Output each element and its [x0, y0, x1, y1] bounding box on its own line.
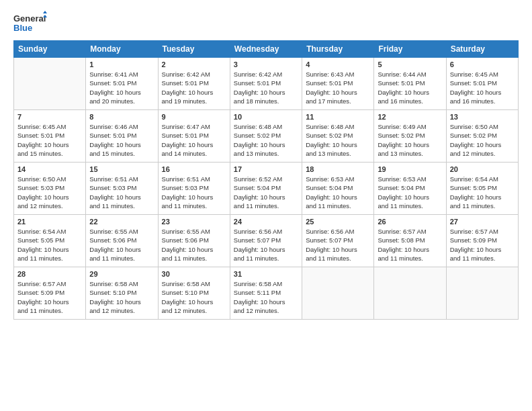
day-info: Sunrise: 6:54 AMSunset: 5:05 PMDaylight:…	[450, 175, 515, 210]
calendar-cell	[446, 267, 518, 320]
calendar-cell: 12Sunrise: 6:49 AMSunset: 5:02 PMDayligh…	[374, 110, 446, 163]
day-number: 11	[306, 113, 370, 121]
calendar-cell: 11Sunrise: 6:48 AMSunset: 5:02 PMDayligh…	[302, 110, 374, 163]
calendar-cell: 16Sunrise: 6:51 AMSunset: 5:03 PMDayligh…	[158, 163, 230, 215]
calendar-cell: 23Sunrise: 6:55 AMSunset: 5:06 PMDayligh…	[158, 215, 230, 267]
svg-text:General: General	[13, 13, 46, 24]
calendar-cell	[374, 267, 446, 320]
day-info: Sunrise: 6:48 AMSunset: 5:02 PMDaylight:…	[306, 122, 370, 158]
calendar-cell: 3Sunrise: 6:42 AMSunset: 5:01 PMDaylight…	[230, 58, 302, 110]
calendar-cell: 31Sunrise: 6:58 AMSunset: 5:11 PMDayligh…	[230, 267, 302, 320]
day-info: Sunrise: 6:45 AMSunset: 5:01 PMDaylight:…	[17, 122, 82, 158]
day-info: Sunrise: 6:51 AMSunset: 5:03 PMDaylight:…	[162, 175, 226, 210]
calendar-cell: 26Sunrise: 6:57 AMSunset: 5:08 PMDayligh…	[374, 215, 446, 267]
day-info: Sunrise: 6:58 AMSunset: 5:11 PMDaylight:…	[234, 279, 298, 315]
weekday-header: Friday	[374, 41, 446, 58]
day-info: Sunrise: 6:48 AMSunset: 5:02 PMDaylight:…	[234, 122, 298, 158]
day-info: Sunrise: 6:51 AMSunset: 5:03 PMDaylight:…	[89, 175, 154, 210]
day-number: 18	[306, 165, 370, 173]
day-number: 23	[162, 218, 226, 226]
logo: General Blue	[13, 11, 47, 35]
day-info: Sunrise: 6:58 AMSunset: 5:10 PMDaylight:…	[162, 279, 226, 315]
calendar-cell: 24Sunrise: 6:56 AMSunset: 5:07 PMDayligh…	[230, 215, 302, 267]
calendar-cell: 1Sunrise: 6:41 AMSunset: 5:01 PMDaylight…	[86, 58, 158, 110]
calendar-cell: 27Sunrise: 6:57 AMSunset: 5:09 PMDayligh…	[446, 215, 518, 267]
weekday-header: Sunday	[14, 41, 86, 58]
day-number: 28	[17, 270, 82, 278]
calendar-cell: 19Sunrise: 6:53 AMSunset: 5:04 PMDayligh…	[374, 163, 446, 215]
calendar-cell: 7Sunrise: 6:45 AMSunset: 5:01 PMDaylight…	[14, 110, 86, 163]
logo-svg: General Blue	[13, 11, 47, 35]
calendar-week-row: 21Sunrise: 6:54 AMSunset: 5:05 PMDayligh…	[14, 215, 519, 267]
weekday-header: Saturday	[446, 41, 518, 58]
calendar-cell: 6Sunrise: 6:45 AMSunset: 5:01 PMDaylight…	[446, 58, 518, 110]
calendar-cell: 8Sunrise: 6:46 AMSunset: 5:01 PMDaylight…	[86, 110, 158, 163]
calendar-cell: 2Sunrise: 6:42 AMSunset: 5:01 PMDaylight…	[158, 58, 230, 110]
day-number: 3	[234, 60, 298, 68]
day-info: Sunrise: 6:42 AMSunset: 5:01 PMDaylight:…	[162, 70, 226, 105]
day-number: 2	[162, 60, 226, 68]
day-number: 13	[450, 113, 515, 121]
day-info: Sunrise: 6:44 AMSunset: 5:01 PMDaylight:…	[378, 70, 442, 105]
day-number: 10	[234, 113, 298, 121]
calendar-cell: 10Sunrise: 6:48 AMSunset: 5:02 PMDayligh…	[230, 110, 302, 163]
day-number: 31	[234, 270, 298, 278]
weekday-header: Monday	[86, 41, 158, 58]
calendar-cell: 17Sunrise: 6:52 AMSunset: 5:04 PMDayligh…	[230, 163, 302, 215]
day-number: 4	[306, 60, 370, 68]
day-info: Sunrise: 6:47 AMSunset: 5:01 PMDaylight:…	[162, 122, 226, 158]
calendar-cell: 25Sunrise: 6:56 AMSunset: 5:07 PMDayligh…	[302, 215, 374, 267]
calendar-cell: 4Sunrise: 6:43 AMSunset: 5:01 PMDaylight…	[302, 58, 374, 110]
page: General Blue SundayMondayTuesdayWednesda…	[0, 0, 532, 411]
day-number: 16	[162, 165, 226, 173]
day-number: 21	[17, 218, 82, 226]
day-number: 19	[378, 165, 442, 173]
calendar-header-row: SundayMondayTuesdayWednesdayThursdayFrid…	[14, 41, 519, 58]
weekday-header: Wednesday	[230, 41, 302, 58]
calendar-cell: 5Sunrise: 6:44 AMSunset: 5:01 PMDaylight…	[374, 58, 446, 110]
day-number: 22	[89, 218, 154, 226]
calendar-week-row: 28Sunrise: 6:57 AMSunset: 5:09 PMDayligh…	[14, 267, 519, 320]
day-number: 5	[378, 60, 442, 68]
calendar-cell: 21Sunrise: 6:54 AMSunset: 5:05 PMDayligh…	[14, 215, 86, 267]
day-info: Sunrise: 6:55 AMSunset: 5:06 PMDaylight:…	[162, 227, 226, 263]
calendar-cell: 14Sunrise: 6:50 AMSunset: 5:03 PMDayligh…	[14, 163, 86, 215]
day-info: Sunrise: 6:57 AMSunset: 5:09 PMDaylight:…	[17, 279, 82, 315]
weekday-header: Tuesday	[158, 41, 230, 58]
day-info: Sunrise: 6:46 AMSunset: 5:01 PMDaylight:…	[89, 122, 154, 158]
day-number: 25	[306, 218, 370, 226]
day-number: 15	[89, 165, 154, 173]
day-info: Sunrise: 6:54 AMSunset: 5:05 PMDaylight:…	[17, 227, 82, 263]
day-info: Sunrise: 6:50 AMSunset: 5:02 PMDaylight:…	[450, 122, 515, 158]
calendar-cell	[14, 58, 86, 110]
day-number: 7	[17, 113, 82, 121]
calendar-week-row: 1Sunrise: 6:41 AMSunset: 5:01 PMDaylight…	[14, 58, 519, 110]
day-info: Sunrise: 6:53 AMSunset: 5:04 PMDaylight:…	[378, 175, 442, 210]
weekday-header: Thursday	[302, 41, 374, 58]
calendar-week-row: 14Sunrise: 6:50 AMSunset: 5:03 PMDayligh…	[14, 163, 519, 215]
day-info: Sunrise: 6:56 AMSunset: 5:07 PMDaylight:…	[306, 227, 370, 263]
day-info: Sunrise: 6:56 AMSunset: 5:07 PMDaylight:…	[234, 227, 298, 263]
day-number: 14	[17, 165, 82, 173]
day-number: 8	[89, 113, 154, 121]
day-info: Sunrise: 6:45 AMSunset: 5:01 PMDaylight:…	[450, 70, 515, 105]
day-info: Sunrise: 6:42 AMSunset: 5:01 PMDaylight:…	[234, 70, 298, 105]
header: General Blue	[13, 11, 519, 35]
day-number: 30	[162, 270, 226, 278]
day-number: 17	[234, 165, 298, 173]
day-number: 20	[450, 165, 515, 173]
day-info: Sunrise: 6:57 AMSunset: 5:08 PMDaylight:…	[378, 227, 442, 263]
day-info: Sunrise: 6:55 AMSunset: 5:06 PMDaylight:…	[89, 227, 154, 263]
calendar-table: SundayMondayTuesdayWednesdayThursdayFrid…	[13, 40, 519, 320]
day-info: Sunrise: 6:53 AMSunset: 5:04 PMDaylight:…	[306, 175, 370, 210]
svg-marker-2	[43, 11, 47, 13]
day-info: Sunrise: 6:57 AMSunset: 5:09 PMDaylight:…	[450, 227, 515, 263]
day-info: Sunrise: 6:49 AMSunset: 5:02 PMDaylight:…	[378, 122, 442, 158]
day-number: 1	[89, 60, 154, 68]
day-info: Sunrise: 6:50 AMSunset: 5:03 PMDaylight:…	[17, 175, 82, 210]
calendar-cell: 13Sunrise: 6:50 AMSunset: 5:02 PMDayligh…	[446, 110, 518, 163]
calendar-cell: 28Sunrise: 6:57 AMSunset: 5:09 PMDayligh…	[14, 267, 86, 320]
calendar-cell: 30Sunrise: 6:58 AMSunset: 5:10 PMDayligh…	[158, 267, 230, 320]
calendar-cell: 9Sunrise: 6:47 AMSunset: 5:01 PMDaylight…	[158, 110, 230, 163]
day-number: 24	[234, 218, 298, 226]
